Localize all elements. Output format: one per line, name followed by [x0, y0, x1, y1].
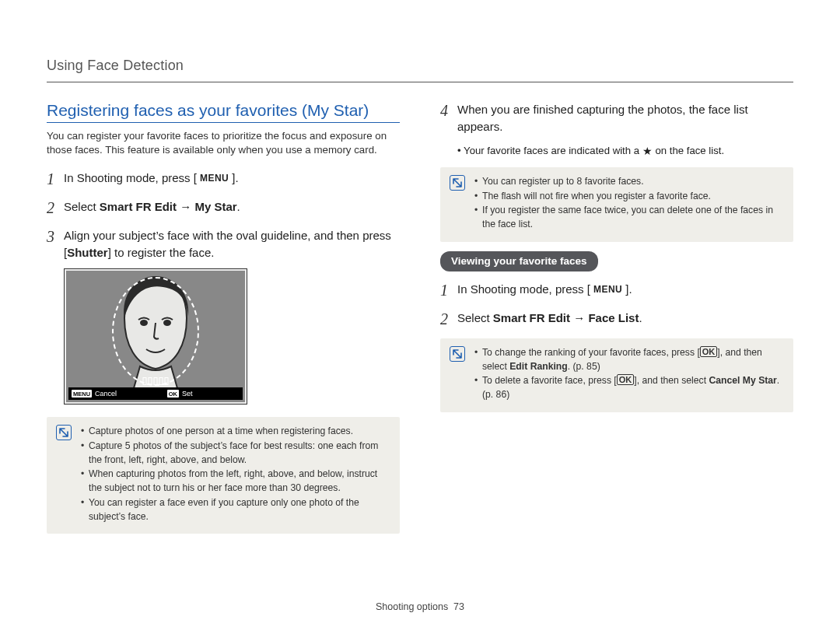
note-icon [450, 346, 465, 362]
menu-icon: MENU [197, 171, 232, 186]
menu-chip-icon: MENU [72, 390, 92, 398]
view-step-1: 1 In Shooting mode, press [MENU]. [440, 281, 793, 302]
note-item: To delete a favorite face, press [OK], a… [474, 374, 784, 401]
right-column: 4 When you are finished capturing the ph… [440, 101, 793, 534]
step-text: In Shooting mode, press [ [457, 282, 590, 296]
view-step-2: 2 Select Smart FR Edit → Face List. [440, 310, 793, 331]
note-item: The flash will not fire when you registe… [474, 190, 784, 204]
oval-guideline [112, 277, 199, 386]
arrow-icon: → [180, 200, 191, 213]
step-text: ]. [232, 171, 238, 184]
step-number: 2 [440, 308, 457, 331]
left-column: Registering faces as your favorites (My … [47, 101, 400, 534]
subsection-pill: Viewing your favorite faces [440, 251, 598, 271]
ok-icon: OK [700, 346, 718, 357]
note-item: If you register the same face twice, you… [474, 204, 784, 231]
note-item: When capturing photos from the left, rig… [81, 468, 390, 495]
bold-text: Shutter [67, 246, 108, 259]
bold-text: Face List [588, 311, 639, 324]
step-number: 1 [47, 168, 64, 191]
star-icon: ★ [642, 145, 653, 157]
page-header: Using Face Detection [47, 58, 793, 74]
note-item: You can register a face even if you capt… [81, 496, 390, 524]
step-number: 3 [47, 226, 64, 248]
step-text: In Shooting mode, press [ [64, 171, 197, 184]
step-text: . [237, 200, 240, 213]
section-intro: You can register your favorite faces to … [47, 129, 400, 157]
header-rule [47, 82, 793, 82]
step-text: When you are finished capturing the phot… [457, 101, 793, 135]
step-2: 2 Select Smart FR Edit → My Star. [47, 198, 400, 219]
step-number: 1 [440, 279, 457, 302]
step-text: Select [64, 200, 100, 213]
note-item: To change the ranking of your favorite f… [474, 346, 784, 373]
note-box: To change the ranking of your favorite f… [440, 338, 793, 412]
note-icon [56, 425, 72, 440]
page-footer: Shooting options 73 [0, 601, 840, 612]
section-title: Registering faces as your favorites (My … [47, 101, 400, 123]
note-list: Capture photos of one person at a time w… [81, 425, 390, 524]
note-list: You can register up to 8 favorite faces.… [474, 175, 784, 233]
step-text: ] to register the face. [108, 246, 215, 259]
arrow-icon: → [573, 311, 585, 324]
face-illustration: MENU Cancel OK Set [64, 268, 400, 405]
set-label: Set [182, 390, 193, 398]
menu-icon: MENU [590, 282, 625, 297]
bold-text: Smart FR Edit [493, 311, 570, 324]
note-item: You can register up to 8 favorite faces. [474, 175, 784, 189]
bold-text: My Star [194, 200, 236, 213]
step-number: 4 [440, 100, 457, 122]
step-1: 1 In Shooting mode, press [MENU]. [47, 170, 400, 191]
step-subnote: • Your favorite faces are indicated with… [457, 143, 793, 159]
note-box: Capture photos of one person at a time w… [47, 417, 400, 534]
note-list: To change the ranking of your favorite f… [474, 346, 784, 403]
step-text: ]. [625, 282, 632, 296]
note-item: Capture 5 photos of the subject’s face f… [81, 440, 390, 467]
step-text: Select [457, 311, 493, 324]
step-number: 2 [47, 197, 64, 219]
note-item: Capture photos of one person at a time w… [81, 425, 390, 439]
note-icon [450, 175, 465, 191]
step-4: 4 When you are finished capturing the ph… [440, 101, 793, 135]
cancel-label: Cancel [95, 390, 117, 398]
step-3: 3 Align your subject’s face with the ova… [47, 227, 400, 261]
ok-icon: OK [617, 374, 635, 385]
step-text: . [639, 311, 642, 324]
bold-text: Smart FR Edit [100, 200, 177, 213]
illustration-statusbar: MENU Cancel OK Set [68, 387, 243, 400]
capture-progress [143, 377, 169, 385]
note-box: You can register up to 8 favorite faces.… [440, 167, 793, 242]
ok-chip-icon: OK [167, 390, 179, 398]
